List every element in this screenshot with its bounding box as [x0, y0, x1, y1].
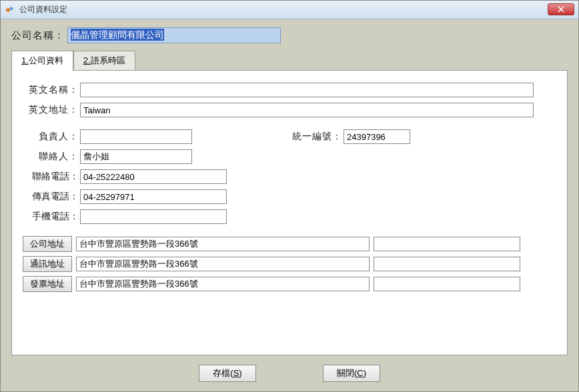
svg-point-0 — [6, 8, 10, 12]
owner-input[interactable] — [80, 129, 192, 144]
row-contact: 聯絡人： — [23, 149, 556, 164]
button-bar: 存檔(S) 關閉(C) — [11, 355, 568, 382]
window-title: 公司資料設定 — [19, 4, 67, 15]
row-company-address: 公司地址 — [23, 236, 556, 252]
invoice-address-line2[interactable] — [374, 277, 520, 291]
svg-point-1 — [10, 7, 13, 10]
mailing-address-line2[interactable] — [374, 257, 520, 271]
mailing-address-line1[interactable] — [76, 257, 370, 271]
invoice-address-line1[interactable] — [76, 277, 370, 291]
row-owner-taxid: 負責人： 統一編號： — [23, 129, 556, 144]
fax-label: 傳真電話： — [23, 191, 80, 203]
company-address-line2[interactable] — [374, 237, 520, 251]
row-english-address: 英文地址： — [23, 103, 556, 117]
tab-panel-company-info: 英文名稱： 英文地址： 負責人： 統一編號： 聯絡人： — [11, 70, 568, 355]
phone-input[interactable] — [80, 169, 227, 184]
owner-label: 負責人： — [23, 131, 80, 143]
tax-id-input[interactable] — [344, 129, 410, 144]
company-name-row: 公司名稱： 儷晶管理顧問有限公司 — [11, 27, 568, 43]
invoice-address-button[interactable]: 發票地址 — [23, 276, 72, 292]
row-phone: 聯絡電話： — [23, 169, 556, 184]
contact-input[interactable] — [80, 149, 192, 164]
mobile-label: 手機電話： — [23, 211, 80, 223]
row-english-name: 英文名稱： — [23, 83, 556, 97]
close-window-button[interactable] — [548, 3, 574, 15]
row-mobile: 手機電話： — [23, 209, 556, 224]
content-area: 公司名稱： 儷晶管理顧問有限公司 1.公司資料 2.語系時區 英文名稱： 英文地… — [1, 19, 578, 391]
mobile-input[interactable] — [80, 209, 227, 224]
tab-locale-timezone[interactable]: 2.語系時區 — [73, 51, 135, 71]
tax-id-label: 統一編號： — [292, 131, 344, 143]
company-name-label: 公司名稱： — [11, 29, 65, 42]
tab-company-info[interactable]: 1.公司資料 — [11, 51, 73, 71]
fax-input[interactable] — [80, 189, 227, 204]
company-name-input[interactable]: 儷晶管理顧問有限公司 — [67, 27, 281, 43]
row-invoice-address: 發票地址 — [23, 276, 556, 292]
row-fax: 傳真電話： — [23, 189, 556, 204]
english-address-input[interactable] — [80, 103, 534, 117]
english-name-label: 英文名稱： — [23, 84, 80, 96]
row-mailing-address: 通訊地址 — [23, 256, 556, 272]
close-button[interactable]: 關閉(C) — [323, 365, 380, 382]
company-address-button[interactable]: 公司地址 — [23, 236, 72, 252]
window-frame: 公司資料設定 公司名稱： 儷晶管理顧問有限公司 1.公司資料 2.語系時區 英文… — [0, 0, 579, 392]
english-address-label: 英文地址： — [23, 104, 80, 116]
phone-label: 聯絡電話： — [23, 171, 80, 183]
english-name-input[interactable] — [80, 83, 534, 97]
titlebar: 公司資料設定 — [1, 1, 578, 19]
company-address-line1[interactable] — [76, 237, 370, 251]
company-name-value: 儷晶管理顧問有限公司 — [71, 29, 164, 41]
mailing-address-button[interactable]: 通訊地址 — [23, 256, 72, 272]
contact-label: 聯絡人： — [23, 151, 80, 163]
tab-strip: 1.公司資料 2.語系時區 — [11, 50, 568, 70]
save-button[interactable]: 存檔(S) — [199, 365, 256, 382]
app-icon — [5, 5, 15, 15]
close-icon — [558, 6, 564, 13]
